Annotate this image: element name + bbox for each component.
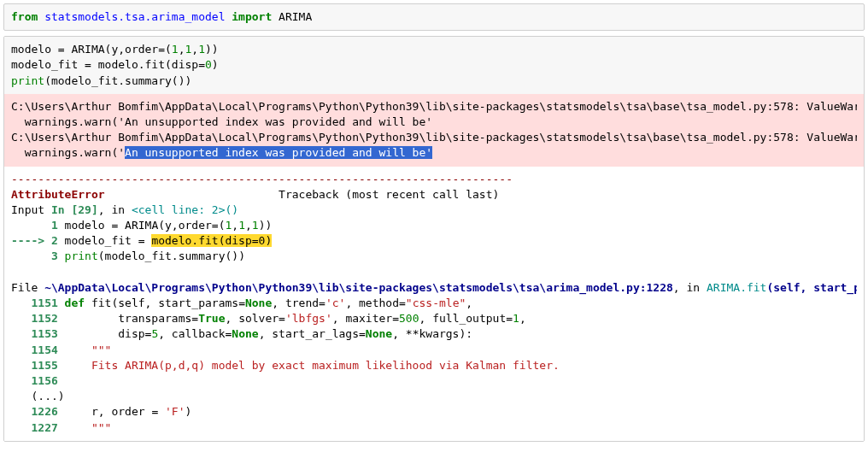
code-cell-2-wrapper: modelo = ARIMA(y,order=(1,1,1)) modelo_f… <box>3 36 865 442</box>
cell-line-link: <cell line: 2> <box>132 203 226 216</box>
keyword-import: import <box>232 10 272 23</box>
print-builtin: print <box>11 74 44 87</box>
error-name: AttributeError <box>11 188 105 201</box>
warning-output: C:\Users\Arthur Bomfim\AppData\Local\Pro… <box>4 94 864 167</box>
file-path: ~\AppData\Local\Programs\Python\Python39… <box>44 281 673 294</box>
traceback-divider: ----------------------------------------… <box>11 173 513 185</box>
error-highlight: modelo.fit(disp=0) <box>151 234 272 247</box>
selected-warning-text[interactable]: An unsupported index was provided and wi… <box>125 146 432 159</box>
code-cell-2[interactable]: modelo = ARIMA(y,order=(1,1,1)) modelo_f… <box>4 37 864 94</box>
error-arrow: ----> <box>11 234 51 247</box>
keyword-from: from <box>11 10 38 23</box>
code-content-2: modelo = ARIMA(y,order=(1,1,1)) modelo_f… <box>11 42 857 89</box>
code-content-1: from statsmodels.tsa.arima_model import … <box>11 9 857 25</box>
code-cell-1[interactable]: from statsmodels.tsa.arima_model import … <box>3 3 865 31</box>
function-link: ARIMA.fit <box>707 281 766 294</box>
class-name: ARIMA <box>279 10 312 23</box>
traceback-output[interactable]: ----------------------------------------… <box>4 167 864 441</box>
traceback-label: Traceback (most recent call last) <box>105 188 500 201</box>
traceback-text: ----------------------------------------… <box>11 172 857 436</box>
module-name: statsmodels.tsa.arima_model <box>44 10 225 23</box>
warning-text[interactable]: C:\Users\Arthur Bomfim\AppData\Local\Pro… <box>11 99 857 161</box>
